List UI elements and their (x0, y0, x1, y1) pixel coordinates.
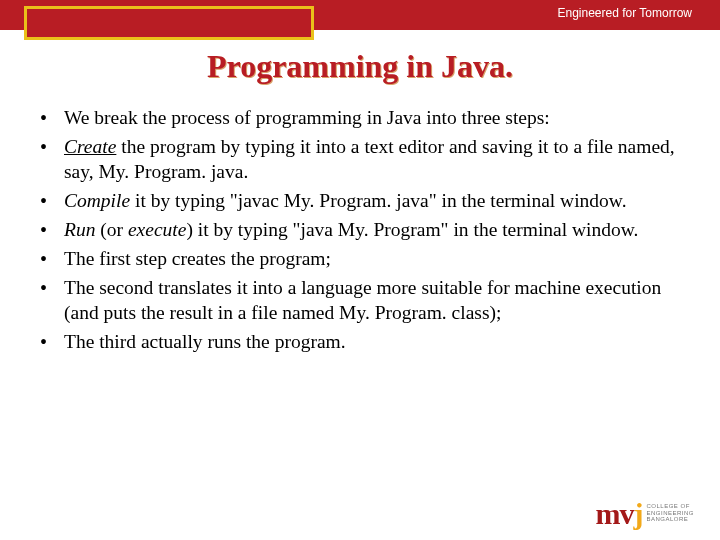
list-item: We break the process of programming in J… (36, 106, 690, 131)
logo-line: COLLEGE OF (646, 503, 694, 510)
list-item: Run (or execute) it by typing "java My. … (36, 218, 690, 243)
logo-letter: j (633, 497, 642, 530)
content-area: We break the process of programming in J… (36, 106, 690, 359)
slide-title: Programming in Java. (0, 48, 720, 85)
header-accent-box (24, 6, 314, 40)
logo-text: COLLEGE OF ENGINEERING BANGALORE (646, 503, 694, 526)
bullet-list: We break the process of programming in J… (36, 106, 690, 355)
list-item: The third actually runs the program. (36, 330, 690, 355)
logo-mark: mvj (595, 502, 642, 526)
list-item: Compile it by typing "javac My. Program.… (36, 189, 690, 214)
footer-logo: mvj COLLEGE OF ENGINEERING BANGALORE (595, 502, 694, 526)
logo-letter: m (595, 497, 619, 530)
logo-letter: v (619, 497, 633, 530)
list-item: The second translates it into a language… (36, 276, 690, 326)
logo-line: ENGINEERING (646, 510, 694, 517)
list-item: Create the program by typing it into a t… (36, 135, 690, 185)
tagline: Engineered for Tomorrow (557, 6, 692, 20)
logo-line: BANGALORE (646, 516, 694, 523)
list-item: The first step creates the program; (36, 247, 690, 272)
